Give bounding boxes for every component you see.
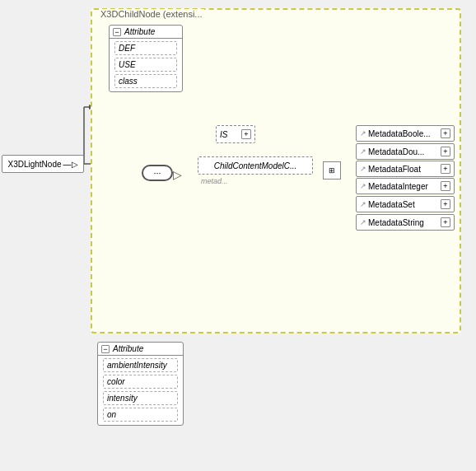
metadata-set-item: ↗ MetadataSet +: [356, 196, 455, 212]
ellipsis-box: ···: [142, 165, 173, 181]
collapse-icon-bottom[interactable]: −: [101, 345, 110, 353]
metadata-set-expand[interactable]: +: [441, 199, 450, 209]
attr-item-def: DEF: [114, 41, 177, 55]
metadata-set-label: MetadataSet: [368, 200, 441, 209]
metadata-integer-item: ↗ MetadataInteger +: [356, 178, 455, 194]
diagram-canvas: X3DLightNode —▷ X3DChildNode (extensi...…: [0, 0, 476, 471]
attr-box-bottom-header: − Attribute: [98, 343, 183, 356]
metadata-dou-item: ↗ MetadataDou... +: [356, 143, 455, 160]
attribute-box-bottom: − Attribute ambientIntensity color inten…: [97, 342, 184, 426]
metadata-boole-expand[interactable]: +: [441, 128, 450, 138]
metadata-float-expand[interactable]: +: [441, 164, 450, 174]
attr-item-intensity: intensity: [103, 391, 178, 405]
ellipsis-label: ···: [153, 168, 161, 178]
attribute-label-top: Attribute: [124, 27, 155, 36]
is-label: IS: [220, 130, 227, 139]
collapse-icon-top[interactable]: −: [113, 28, 121, 36]
main-container: X3DChildNode (extensi... − Attribute DEF…: [91, 8, 461, 333]
attr-item-color: color: [103, 375, 178, 389]
main-container-label: X3DChildNode (extensi...: [99, 9, 204, 19]
metadata-boole-item: ↗ MetadataBoole... +: [356, 125, 455, 142]
metadata-boole-label: MetadataBoole...: [368, 129, 441, 138]
metadata-float-label: MetadataFloat: [368, 165, 441, 174]
is-expand-btn[interactable]: +: [241, 129, 251, 139]
attribute-label-bottom: Attribute: [113, 344, 143, 353]
meta-icon-1: ↗: [360, 129, 366, 138]
metadata-float-item: ↗ MetadataFloat +: [356, 161, 455, 177]
attribute-box-top: − Attribute DEF USE class: [109, 25, 183, 92]
connector-icon: ⊞: [329, 167, 335, 175]
attr-box-top-header: − Attribute: [110, 26, 182, 39]
metadata-dou-label: MetadataDou...: [368, 147, 441, 156]
child-content-sub: metad...: [201, 177, 313, 185]
metadata-string-item: ↗ MetadataString +: [356, 214, 455, 231]
child-content-label: ChildContentModelC...: [214, 161, 297, 170]
ellipsis-arrow: ▷: [173, 168, 182, 181]
meta-icon-5: ↗: [360, 200, 366, 208]
metadata-integer-label: MetadataInteger: [368, 182, 441, 191]
x3d-light-node-label: X3DLightNode: [7, 160, 61, 169]
meta-icon-2: ↗: [360, 147, 366, 156]
x3d-light-node: X3DLightNode —▷: [2, 155, 84, 173]
meta-icon-6: ↗: [360, 218, 366, 226]
meta-icon-4: ↗: [360, 182, 366, 190]
attr-item-class: class: [114, 74, 177, 88]
metadata-string-expand[interactable]: +: [441, 217, 450, 227]
meta-icon-3: ↗: [360, 165, 366, 173]
x3d-light-node-arrow: —▷: [63, 160, 78, 169]
metadata-integer-expand[interactable]: +: [441, 181, 450, 191]
metadata-dou-expand[interactable]: +: [441, 147, 450, 156]
is-box: IS +: [216, 125, 255, 143]
metadata-string-label: MetadataString: [368, 218, 441, 227]
child-content-box: ChildContentModelC...: [198, 156, 313, 175]
child-content-container: ChildContentModelC... metad...: [198, 156, 313, 185]
attr-item-on: on: [103, 408, 178, 422]
connector-box: ⊞: [323, 161, 341, 180]
attr-item-use: USE: [114, 58, 177, 72]
attr-item-ambient: ambientIntensity: [103, 358, 178, 372]
